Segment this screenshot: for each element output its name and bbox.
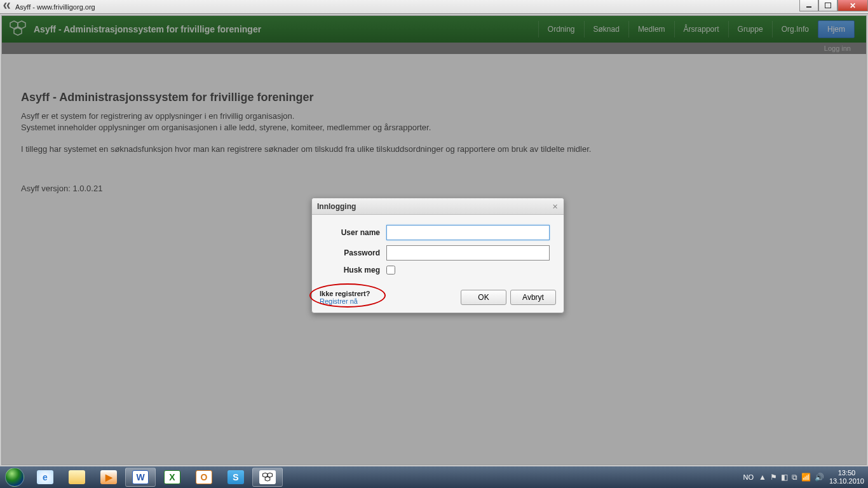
window-close-button[interactable] — [837, 0, 868, 11]
taskbar-skype[interactable]: S — [220, 468, 251, 487]
start-button[interactable] — [0, 466, 29, 488]
tray-volume-icon[interactable]: 🔊 — [815, 473, 824, 482]
wmp-icon: ▶ — [100, 470, 117, 484]
remember-row: Husk meg — [326, 266, 550, 274]
window-controls — [799, 0, 868, 11]
taskbar-explorer[interactable] — [62, 468, 92, 487]
folder-icon — [69, 470, 85, 484]
login-dialog: Innlogging ✕ User name Password Husk meg — [311, 198, 564, 313]
username-input[interactable] — [386, 225, 550, 240]
remember-checkbox[interactable] — [386, 266, 395, 274]
tray-box-icon[interactable]: ◧ — [781, 473, 788, 482]
window-titlebar: Asyff - www.frivilligorg.org — [0, 0, 868, 14]
excel-icon: X — [164, 470, 180, 484]
window-title: Asyff - www.frivilligorg.org — [15, 3, 95, 11]
taskbar-ie[interactable]: e — [30, 468, 60, 487]
tray-prog-icon[interactable]: ⧉ — [792, 473, 797, 482]
svg-marker-5 — [265, 477, 270, 481]
remember-label: Husk meg — [326, 266, 380, 274]
taskbar-clock[interactable]: 13:50 13.10.2010 — [829, 469, 864, 485]
taskbar-wmp[interactable]: ▶ — [93, 468, 124, 487]
tray-icons: ▲ ⚑ ◧ ⧉ 📶 🔊 — [759, 473, 824, 482]
cancel-button[interactable]: Avbryt — [510, 290, 556, 305]
dialog-footer: Ikke registrert? Registrer nå OK Avbryt — [312, 285, 564, 313]
password-input[interactable] — [386, 245, 550, 261]
clock-time: 13:50 — [829, 469, 864, 477]
taskbar-excel[interactable]: X — [157, 468, 187, 487]
tray-network-icon[interactable]: 📶 — [801, 473, 811, 482]
ie-icon: e — [37, 470, 53, 484]
taskbar-outlook[interactable]: O — [189, 468, 219, 487]
tray-up-icon[interactable]: ▲ — [759, 473, 766, 482]
window-minimize-button[interactable] — [799, 0, 818, 11]
clock-date: 13.10.2010 — [829, 477, 864, 485]
dialog-buttons: OK Avbryt — [461, 290, 556, 305]
password-label: Password — [326, 248, 380, 257]
app-icon — [3, 2, 13, 12]
svg-marker-4 — [268, 473, 273, 477]
dialog-title: Innlogging — [317, 202, 356, 211]
password-row: Password — [326, 245, 550, 261]
app-frame: Asyff - Administrasjonssystem for frivil… — [1, 15, 867, 465]
dialog-body: User name Password Husk meg — [312, 215, 564, 285]
svg-marker-3 — [263, 473, 268, 477]
system-tray: NO ▲ ⚑ ◧ ⧉ 📶 🔊 13:50 13.10.2010 — [743, 469, 868, 485]
dialog-close-icon[interactable]: ✕ — [550, 201, 560, 212]
ok-button[interactable]: OK — [461, 290, 506, 305]
register-link[interactable]: Registrer nå — [320, 297, 370, 305]
asyff-task-icon — [259, 470, 276, 484]
word-icon: W — [132, 470, 149, 484]
skype-icon: S — [227, 470, 244, 484]
language-indicator[interactable]: NO — [743, 473, 754, 481]
window-maximize-button[interactable] — [818, 0, 837, 11]
taskbar-word[interactable]: W — [125, 468, 156, 487]
windows-orb-icon — [5, 468, 24, 487]
tray-flag-icon[interactable]: ⚑ — [770, 473, 777, 482]
dialog-titlebar[interactable]: Innlogging ✕ — [312, 198, 564, 215]
app-viewport: Asyff - Administrasjonssystem for frivil… — [0, 14, 868, 466]
taskbar-asyff[interactable] — [252, 468, 283, 487]
not-registered-label: Ikke registrert? — [320, 290, 370, 297]
outlook-icon: O — [196, 470, 212, 484]
username-row: User name — [326, 225, 550, 240]
username-label: User name — [326, 228, 380, 237]
register-block: Ikke registrert? Registrer nå — [320, 290, 370, 305]
taskbar: e ▶ W X O S NO ▲ ⚑ ◧ ⧉ 📶 🔊 13:50 13.10.2… — [0, 466, 868, 488]
